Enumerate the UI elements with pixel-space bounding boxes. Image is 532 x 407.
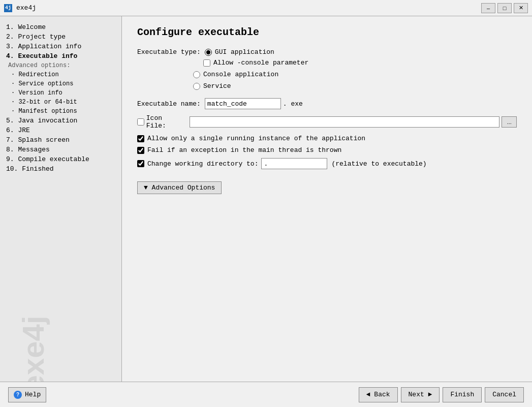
sidebar-advanced-options-heading: Advanced options: xyxy=(4,61,117,70)
sidebar-item-exe-info[interactable]: 4. Executable info xyxy=(4,51,117,61)
service-radio-label[interactable]: Service xyxy=(203,82,231,90)
app-icon: 4j xyxy=(4,4,12,12)
cancel-button[interactable]: Cancel xyxy=(485,387,524,402)
console-radio-label[interactable]: Console application xyxy=(203,71,278,78)
allow-console-checkbox[interactable] xyxy=(203,59,210,67)
sidebar-item-welcome[interactable]: 1. Welcome xyxy=(4,22,117,32)
bottom-left: ? Help xyxy=(8,387,46,402)
working-dir-input[interactable] xyxy=(261,158,327,169)
console-app-row: Console application xyxy=(193,71,517,78)
fail-exception-checkbox[interactable] xyxy=(137,147,144,154)
change-working-dir-row: Change working directory to: (relative t… xyxy=(137,158,517,169)
gui-radio-label[interactable]: GUI application xyxy=(215,48,274,56)
sidebar-item-32-64-bit[interactable]: · 32-bit or 64-bit xyxy=(4,98,117,107)
sidebar-item-redirection[interactable]: · Redirection xyxy=(4,70,117,79)
sidebar-item-project-type[interactable]: 2. Project type xyxy=(4,32,117,42)
service-radio[interactable] xyxy=(193,83,200,90)
console-radio[interactable] xyxy=(193,71,200,78)
minimize-button[interactable]: – xyxy=(481,3,495,13)
gui-radio[interactable] xyxy=(205,49,212,56)
sidebar-item-messages[interactable]: 8. Messages xyxy=(4,145,117,154)
sidebar-item-jre[interactable]: 6. JRE xyxy=(4,126,117,135)
content-area: Configure executable Executable type: GU… xyxy=(122,16,532,382)
service-row: Service xyxy=(193,82,517,90)
executable-name-row: Executable name: . exe xyxy=(137,98,517,109)
sidebar-item-manifest-options[interactable]: · Manifest options xyxy=(4,107,117,116)
change-working-dir-checkbox[interactable] xyxy=(137,160,144,167)
bottom-right: ◄ Back Next ► Finish Cancel xyxy=(359,387,524,402)
relative-label: (relative to executable) xyxy=(331,160,426,168)
advanced-options-button[interactable]: ▼ Advanced Options xyxy=(137,181,222,194)
executable-type-label: Executable type: xyxy=(137,48,201,56)
allow-single-instance-row: Allow only a single running instance of … xyxy=(137,135,517,142)
icon-file-row: Icon File: ... xyxy=(137,114,517,130)
allow-single-instance-checkbox[interactable] xyxy=(137,135,144,142)
finish-button[interactable]: Finish xyxy=(443,387,482,402)
sidebar-item-finished[interactable]: 10. Finished xyxy=(4,164,117,174)
next-button[interactable]: Next ► xyxy=(401,387,440,402)
exe-suffix: . exe xyxy=(283,100,303,108)
sidebar-item-version-info[interactable]: · Version info xyxy=(4,88,117,98)
help-label: Help xyxy=(25,391,41,398)
executable-name-input[interactable] xyxy=(205,98,281,109)
icon-file-input[interactable] xyxy=(190,116,500,128)
sidebar: 1. Welcome 2. Project type 3. Applicatio… xyxy=(0,16,122,382)
fail-exception-row: Fail if an exception in the main thread … xyxy=(137,146,517,154)
help-icon: ? xyxy=(14,391,22,399)
allow-single-instance-label[interactable]: Allow only a single running instance of … xyxy=(147,135,365,142)
sidebar-watermark: exe4j xyxy=(16,316,51,382)
allow-console-label[interactable]: Allow -console parameter xyxy=(213,59,308,67)
back-button[interactable]: ◄ Back xyxy=(359,387,398,402)
icon-file-label[interactable]: Icon File: xyxy=(146,114,185,130)
maximize-button[interactable]: □ xyxy=(497,3,512,13)
close-button[interactable]: ✕ xyxy=(514,3,528,13)
window-title: exe4j xyxy=(16,4,481,12)
sidebar-item-splash-screen[interactable]: 7. Splash screen xyxy=(4,135,117,145)
help-button[interactable]: ? Help xyxy=(8,387,46,402)
title-bar: 4j exe4j – □ ✕ xyxy=(0,0,532,16)
main-container: 1. Welcome 2. Project type 3. Applicatio… xyxy=(0,16,532,382)
change-working-dir-label: Change working directory to: xyxy=(147,160,258,168)
page-title: Configure executable xyxy=(137,26,517,38)
allow-console-row: Allow -console parameter xyxy=(203,59,517,67)
sidebar-item-compile-exe[interactable]: 9. Compile executable xyxy=(4,154,117,164)
window-controls: – □ ✕ xyxy=(481,3,528,13)
sidebar-item-service-options[interactable]: · Service options xyxy=(4,79,117,88)
bottom-bar: ? Help ◄ Back Next ► Finish Cancel xyxy=(0,382,532,407)
executable-type-row: Executable type: GUI application xyxy=(137,48,517,56)
fail-exception-label[interactable]: Fail if an exception in the main thread … xyxy=(147,146,341,154)
sidebar-item-app-info[interactable]: 3. Application info xyxy=(4,42,117,51)
icon-file-checkbox[interactable] xyxy=(137,118,144,126)
sidebar-item-java-invocation[interactable]: 5. Java invocation xyxy=(4,116,117,126)
advanced-options-section: ▼ Advanced Options xyxy=(137,176,517,194)
executable-name-label: Executable name: xyxy=(137,100,201,108)
browse-button[interactable]: ... xyxy=(502,116,517,128)
